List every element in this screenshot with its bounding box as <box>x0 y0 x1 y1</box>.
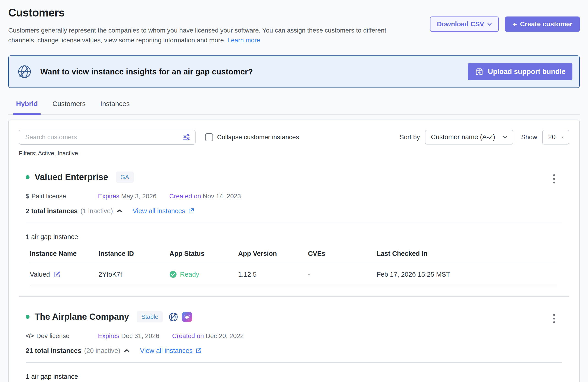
download-csv-label: Download CSV <box>437 20 484 28</box>
sort-by-value: Customer name (A-Z) <box>431 133 495 141</box>
tab-hybrid[interactable]: Hybrid <box>13 100 41 114</box>
col-cves: CVEs <box>308 250 377 263</box>
created-value: Nov 14, 2023 <box>203 192 241 200</box>
created-label: Created on <box>172 332 204 340</box>
page-description: Customers generally represent the compan… <box>8 25 409 45</box>
external-link-icon <box>188 208 194 214</box>
upload-support-bundle-label: Upload support bundle <box>488 67 566 76</box>
sort-by-label: Sort by <box>399 133 420 141</box>
created-field: Created on Dec 20, 2022 <box>172 332 244 340</box>
customer-card-airplane-company: The Airplane Company Stable <box>19 308 569 382</box>
active-status-dot <box>26 315 30 319</box>
license-type-label: Paid license <box>31 192 66 200</box>
col-app-version: App Version <box>238 250 308 263</box>
col-app-status: App Status <box>169 250 238 263</box>
col-last-checked-in: Last Checked In <box>377 250 557 263</box>
instance-name-text: Valued <box>30 271 50 278</box>
customer-menu-button[interactable] <box>551 312 557 325</box>
collapse-instances-label: Collapse customer instances <box>217 133 299 141</box>
status-badge: Ready <box>169 271 238 278</box>
airgap-globe-icon <box>17 64 32 79</box>
customers-page: Customers Customers generally represent … <box>0 0 588 382</box>
search-wrap <box>19 130 195 145</box>
chevron-up-icon[interactable] <box>124 349 130 353</box>
create-customer-button[interactable]: + Create customer <box>505 17 580 32</box>
tab-bar: Hybrid Customers Instances <box>8 100 580 114</box>
customer-header: Valued Enterprise GA <box>26 169 562 186</box>
customers-panel: Collapse customer instances Sort by Cust… <box>8 120 580 382</box>
sort-by-select[interactable]: Customer name (A-Z) <box>425 130 513 145</box>
airgap-globe-icon <box>168 312 178 322</box>
banner-heading: Want to view instance insights for an ai… <box>40 67 468 76</box>
tab-customers[interactable]: Customers <box>49 100 89 114</box>
license-type: $ Paid license <box>26 192 98 200</box>
customer-divider <box>19 296 569 297</box>
channel-badge: Stable <box>137 311 163 322</box>
inactive-instances-text: (20 inactive) <box>84 347 120 355</box>
customer-name[interactable]: Valued Enterprise <box>35 172 108 182</box>
external-link-icon <box>195 347 202 354</box>
inactive-instances-text: (1 inactive) <box>80 207 113 215</box>
instances-summary-row: 21 total instances (20 inactive) View al… <box>26 347 562 355</box>
license-type-label: Dev license <box>36 332 70 340</box>
customer-name[interactable]: The Airplane Company <box>35 312 129 322</box>
chevron-down-icon <box>561 136 563 139</box>
airgap-instance-heading: 1 air gap instance <box>26 233 562 241</box>
total-instances-text: 21 total instances <box>26 347 81 355</box>
view-all-instances-label: View all instances <box>133 207 185 215</box>
dollar-icon: $ <box>26 192 29 200</box>
page-title: Customers <box>8 6 430 19</box>
header-actions: Download CSV + Create customer <box>430 17 580 32</box>
instance-id-cell: 2YfoK7f <box>99 263 169 286</box>
expires-field: Expires Dec 31, 2026 <box>98 332 159 340</box>
learn-more-link[interactable]: Learn more <box>227 37 260 44</box>
app-status-cell: Ready <box>169 263 238 286</box>
instances-summary-row: 2 total instances (1 inactive) View all … <box>26 207 562 215</box>
check-circle-icon <box>169 271 177 278</box>
search-input[interactable] <box>19 130 195 145</box>
airgap-instance-heading: 1 air gap instance <box>26 373 562 381</box>
show-label: Show <box>521 133 537 141</box>
tab-instances[interactable]: Instances <box>97 100 133 114</box>
customer-meta-row: </> Dev license Expires Dec 31, 2026 Cre… <box>26 332 562 340</box>
customer-header: The Airplane Company Stable <box>26 308 562 325</box>
channel-badge: GA <box>116 171 134 183</box>
table-header-row: Instance Name Instance ID App Status App… <box>30 250 557 263</box>
chevron-down-icon <box>487 23 492 26</box>
collapse-instances-control: Collapse customer instances <box>205 133 299 141</box>
created-label: Created on <box>169 192 201 200</box>
code-icon: </> <box>26 332 34 340</box>
chevron-down-icon <box>503 136 507 139</box>
customer-meta-row: $ Paid license Expires May 3, 2026 Creat… <box>26 192 562 200</box>
kubernetes-icon <box>182 312 192 322</box>
total-instances-text: 2 total instances <box>26 207 78 215</box>
filter-sliders-icon[interactable] <box>182 133 190 141</box>
airgap-instance-table: Instance Name Instance ID App Status App… <box>30 250 557 286</box>
page-header-text: Customers Customers generally represent … <box>8 6 430 45</box>
plus-icon: + <box>512 21 517 28</box>
expires-value: Dec 31, 2026 <box>121 332 159 340</box>
create-customer-label: Create customer <box>520 20 572 28</box>
customer-menu-button[interactable] <box>551 172 557 186</box>
expires-field: Expires May 3, 2026 <box>98 192 156 200</box>
view-all-instances-link[interactable]: View all instances <box>133 207 194 215</box>
last-checked-in-cell: Feb 17, 2026 15:25 MST <box>377 263 557 286</box>
upload-bundle-icon <box>475 67 484 76</box>
page-description-text: Customers generally represent the compan… <box>8 27 386 44</box>
customer-card-valued-enterprise: Valued Enterprise GA $ Paid license Expi… <box>19 169 569 286</box>
view-all-instances-link[interactable]: View all instances <box>140 347 202 355</box>
edit-icon[interactable] <box>54 271 61 278</box>
page-header: Customers Customers generally represent … <box>8 6 580 45</box>
view-all-instances-label: View all instances <box>140 347 192 355</box>
show-select[interactable]: 20 <box>542 130 569 145</box>
upload-support-bundle-button[interactable]: Upload support bundle <box>468 63 572 80</box>
collapse-instances-checkbox[interactable] <box>205 133 213 141</box>
col-instance-id: Instance ID <box>99 250 169 263</box>
created-field: Created on Nov 14, 2023 <box>169 192 241 200</box>
chevron-up-icon[interactable] <box>117 209 123 213</box>
license-type: </> Dev license <box>26 332 98 340</box>
created-value: Dec 20, 2022 <box>206 332 244 340</box>
expires-value: May 3, 2026 <box>121 192 156 200</box>
download-csv-button[interactable]: Download CSV <box>430 17 499 32</box>
instance-name-cell: Valued <box>30 263 99 286</box>
